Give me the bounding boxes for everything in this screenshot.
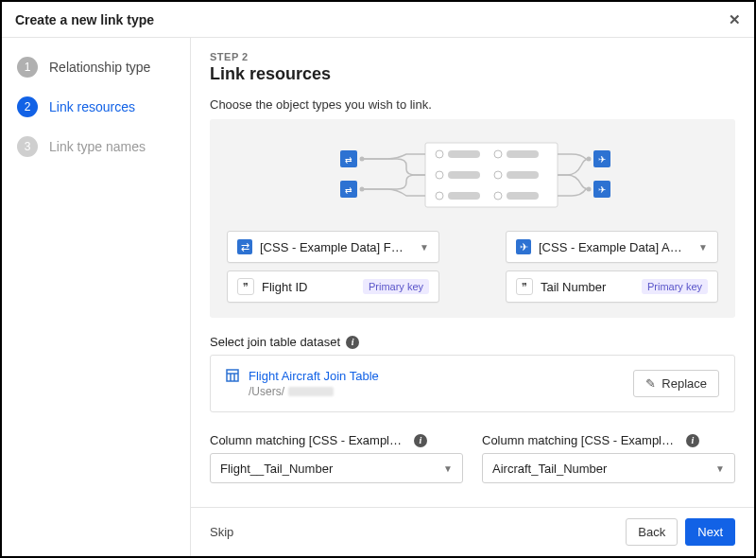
sidebar-item-link-resources[interactable]: 2 Link resources [2,87,190,127]
link-config-box: ⇄ ⇄ ✈ ✈ [210,119,735,318]
close-icon[interactable]: ✕ [729,11,741,28]
sidebar-item-label: Relationship type [49,60,150,75]
content-area: STEP 2 Link resources Choose the object … [191,38,754,507]
svg-point-22 [360,187,365,192]
col-right-select[interactable]: Aircraft_Tail_Number ▼ [482,453,735,483]
left-key-field[interactable]: ❞ Flight ID Primary key [227,270,439,303]
chevron-down-icon: ▼ [698,242,708,253]
dataset-info: Flight Aircraft Join Table /Users/ [226,369,624,398]
join-dataset-box: Flight Aircraft Join Table /Users/ ✎ Rep… [210,355,735,412]
svg-text:⇄: ⇄ [345,155,352,165]
chevron-down-icon: ▼ [420,242,429,253]
svg-text:⇄: ⇄ [345,185,352,195]
step-number: 3 [17,136,38,157]
step-indicator: STEP 2 [210,51,735,62]
svg-rect-4 [507,150,539,158]
link-type-icon: ⇄ [237,239,252,254]
step-number: 1 [17,57,38,78]
skip-button[interactable]: Skip [210,525,233,539]
page-title: Link resources [210,64,735,84]
back-button[interactable]: Back [626,518,678,546]
svg-point-1 [436,150,443,158]
right-key-field[interactable]: ❞ Tail Number Primary key [506,270,718,303]
diagram-svg: ⇄ ⇄ ✈ ✈ [312,137,633,213]
dialog-title: Create a new link type [15,12,154,27]
svg-point-21 [360,157,365,162]
info-icon[interactable]: i [414,434,427,447]
next-button[interactable]: Next [685,518,735,546]
svg-point-3 [494,150,502,158]
right-object-type-select[interactable]: ✈ [CSS - Example Data] A… ▼ [506,231,718,263]
link-diagram: ⇄ ⇄ ✈ ✈ [227,132,718,218]
col-right-value: Aircraft_Tail_Number [492,462,607,476]
sidebar-item-link-type-names[interactable]: 3 Link type names [2,127,190,166]
sidebar-item-label: Link resources [49,99,135,114]
dataset-path-prefix: /Users/ [249,385,284,398]
left-object-type-select[interactable]: ⇄ [CSS - Example Data] F… ▼ [227,231,439,263]
dialog-header: Create a new link type ✕ [2,2,754,38]
join-table-label: Select join table dataset i [210,335,735,349]
dataset-path: /Users/ [249,385,379,398]
chevron-down-icon: ▼ [443,463,453,474]
info-icon[interactable]: i [686,434,699,447]
dialog-footer: Skip Back Next [191,507,754,556]
dialog-body: 1 Relationship type 2 Link resources 3 L… [2,38,754,556]
svg-point-7 [494,171,502,179]
step-number: 2 [17,96,38,117]
main-panel: STEP 2 Link resources Choose the object … [191,38,754,556]
intro-text: Choose the object types you wish to link… [210,97,735,112]
svg-text:✈: ✈ [598,184,606,195]
right-key-label: Tail Number [541,280,634,294]
svg-rect-25 [227,370,238,381]
dialog-frame: Create a new link type ✕ 1 Relationship … [0,0,756,558]
right-type-col: ✈ [CSS - Example Data] A… ▼ ❞ Tail Numbe… [506,231,718,303]
primary-key-chip: Primary key [363,279,429,294]
svg-rect-12 [507,192,539,200]
footer-actions: Back Next [626,518,735,546]
chevron-down-icon: ▼ [715,463,725,474]
redacted-path [288,387,334,396]
replace-label: Replace [662,376,707,391]
svg-rect-2 [448,150,480,158]
key-icon: ❞ [516,278,533,295]
left-object-type-label: [CSS - Example Data] F… [260,240,412,254]
svg-point-5 [436,171,443,179]
right-object-type-label: [CSS - Example Data] A… [539,240,691,254]
col-right-label: Column matching [CSS - Example Data] … i [482,433,735,447]
col-left-value: Flight__Tail_Number [220,462,333,476]
left-type-col: ⇄ [CSS - Example Data] F… ▼ ❞ Flight ID … [227,231,439,303]
svg-text:✈: ✈ [598,154,606,165]
svg-rect-10 [448,192,480,200]
wizard-sidebar: 1 Relationship type 2 Link resources 3 L… [2,38,191,556]
svg-point-11 [494,192,502,200]
svg-rect-6 [448,171,480,179]
info-icon[interactable]: i [346,336,359,349]
key-icon: ❞ [237,278,254,295]
svg-rect-8 [507,171,539,179]
col-left-label: Column matching [CSS - Example Data] … i [210,433,463,447]
table-icon [226,369,239,382]
sidebar-item-label: Link type names [49,139,146,154]
dataset-name-link[interactable]: Flight Aircraft Join Table [249,369,379,383]
replace-dataset-button[interactable]: ✎ Replace [633,370,719,397]
sidebar-item-relationship-type[interactable]: 1 Relationship type [2,47,190,87]
column-matching-row: Column matching [CSS - Example Data] … i… [210,416,735,483]
type-selectors-row: ⇄ [CSS - Example Data] F… ▼ ❞ Flight ID … [227,231,718,303]
col-left-label-text: Column matching [CSS - Example Data] … [210,433,408,447]
left-key-label: Flight ID [262,280,355,294]
col-right-label-text: Column matching [CSS - Example Data] … [482,433,680,447]
svg-point-9 [436,192,443,200]
join-table-label-text: Select join table dataset [210,335,340,349]
pencil-icon: ✎ [645,376,656,391]
col-left-select[interactable]: Flight__Tail_Number ▼ [210,453,463,483]
primary-key-chip: Primary key [642,279,708,294]
airplane-icon: ✈ [516,239,531,254]
